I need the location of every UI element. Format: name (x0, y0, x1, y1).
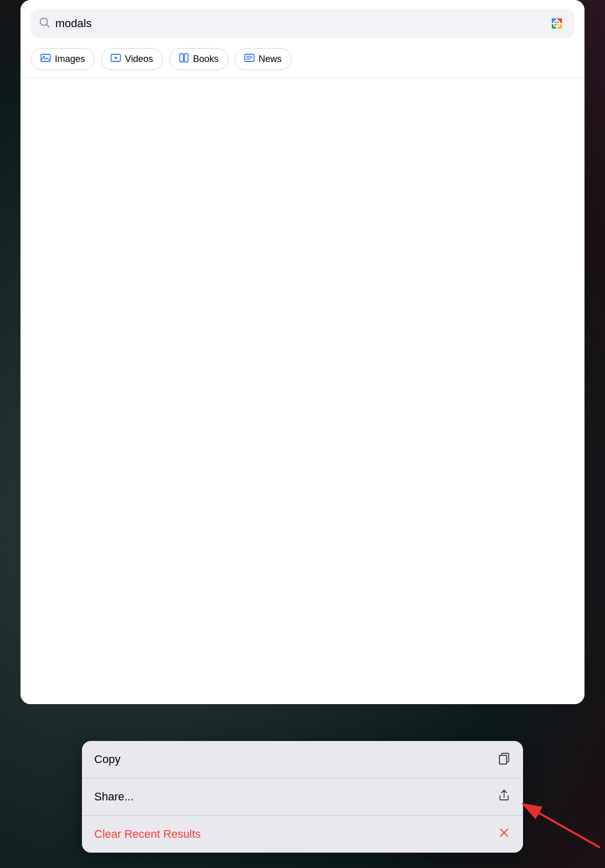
news-icon (244, 53, 255, 66)
search-query-text: modals (55, 17, 543, 30)
books-icon (179, 53, 189, 66)
tab-videos-label: Videos (125, 54, 153, 65)
copy-icon (497, 751, 511, 768)
visual-search-button[interactable] (548, 14, 566, 33)
svg-rect-12 (180, 54, 183, 62)
tab-images-label: Images (55, 54, 85, 65)
tab-books[interactable]: Books (169, 48, 228, 70)
svg-line-1 (47, 24, 50, 27)
tab-images[interactable]: Images (31, 48, 95, 70)
tab-videos[interactable]: Videos (101, 48, 163, 70)
filter-tabs: Images Videos Books (20, 44, 585, 77)
search-modal: modals (20, 0, 585, 704)
svg-rect-19 (499, 755, 507, 764)
context-menu-copy[interactable]: Copy (82, 741, 523, 778)
search-results-area (20, 78, 585, 704)
videos-icon (111, 53, 121, 66)
search-icon (39, 17, 50, 31)
context-menu-share[interactable]: Share... (82, 778, 523, 816)
context-menu-clear[interactable]: Clear Recent Results (82, 816, 523, 853)
clear-label: Clear Recent Results (94, 828, 201, 841)
share-icon (497, 789, 511, 805)
tab-books-label: Books (193, 54, 219, 65)
search-bar[interactable]: modals (31, 9, 574, 38)
search-bar-area: modals (20, 0, 585, 44)
images-icon (40, 53, 51, 66)
svg-marker-11 (115, 56, 118, 59)
svg-rect-13 (184, 54, 188, 62)
close-icon (497, 826, 511, 842)
svg-rect-2 (548, 14, 566, 33)
svg-rect-8 (41, 54, 50, 61)
context-menu: Copy Share... Clear Recent Results (82, 741, 523, 853)
copy-label: Copy (94, 753, 120, 766)
share-label: Share... (94, 790, 134, 803)
tab-news-label: News (259, 54, 282, 65)
tab-news[interactable]: News (235, 48, 291, 70)
